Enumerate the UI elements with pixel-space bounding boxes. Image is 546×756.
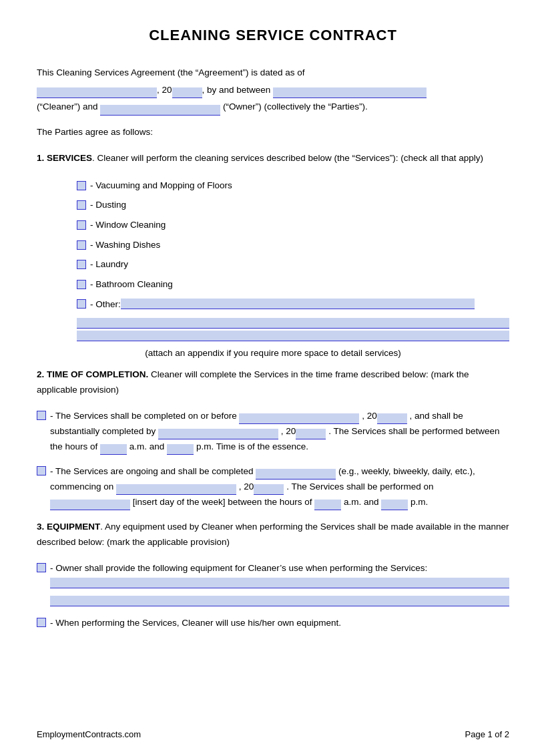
equipment-field-2[interactable]: [50, 596, 509, 606]
section2-label: 2. TIME OF COMPLETION.: [37, 369, 148, 379]
section2-para2-text: - The Services are ongoing and shall be …: [50, 464, 509, 510]
commence-date-field[interactable]: [116, 484, 236, 495]
cleaner-name-field[interactable]: [273, 87, 427, 98]
day-of-week-field[interactable]: [50, 500, 130, 510]
parties-agree: The Parties agree as follows:: [37, 125, 509, 140]
section3-text: . Any equipment used by Cleaner when per…: [37, 522, 509, 547]
year-field-1[interactable]: [172, 87, 202, 98]
service-label-6: - Bathroom Cleaning: [90, 276, 173, 293]
section2-block: 2. TIME OF COMPLETION. Cleaner will comp…: [37, 367, 509, 398]
service-item-other: - Other:: [77, 296, 509, 313]
page-title: CLEANING SERVICE CONTRACT: [37, 27, 509, 44]
intro-line1: This Cleaning Services Agreement (the “A…: [37, 64, 509, 81]
service-label-1: - Vacuuming and Mopping of Floors: [90, 177, 232, 194]
other-service-field[interactable]: [121, 299, 475, 309]
commence-year-field[interactable]: [254, 484, 284, 495]
appendix-note: (attach an appendix if you require more …: [37, 348, 509, 358]
footer-right: Page 1 of 2: [465, 729, 510, 739]
services-list: - Vacuuming and Mopping of Floors - Dust…: [77, 177, 509, 313]
checkbox-6[interactable]: [77, 280, 86, 289]
section3-para1: - Owner shall provide the following equi…: [37, 561, 509, 606]
owner-name-field[interactable]: [100, 105, 220, 116]
service-item-6: - Bathroom Cleaning: [77, 276, 509, 293]
service-label-4: - Washing Dishes: [90, 236, 160, 254]
checkbox-1[interactable]: [77, 181, 86, 190]
s3p2-text: - When performing the Services, Cleaner …: [50, 618, 341, 628]
completion-year-field[interactable]: [377, 413, 407, 424]
intro-line2: , 20, by and between: [37, 81, 509, 99]
section1-label: 1. SERVICES: [37, 153, 92, 163]
checkbox-3[interactable]: [77, 220, 86, 230]
section1-text: . Cleaner will perform the cleaning serv…: [92, 153, 483, 163]
section3-block: 3. EQUIPMENT. Any equipment used by Clea…: [37, 520, 509, 550]
intro-comma-20: , 20: [157, 85, 172, 95]
other-detail-field-1[interactable]: [77, 318, 509, 329]
appendix-note-text: (attach an appendix if you require more …: [145, 348, 400, 358]
parties-agree-text: The Parties agree as follows:: [37, 127, 153, 137]
checkbox-equip2[interactable]: [37, 618, 46, 627]
ongoing-end-field[interactable]: [381, 500, 408, 510]
checkbox-equip1[interactable]: [37, 563, 46, 572]
by-and-between: , by and between: [202, 85, 271, 95]
checkbox-time1[interactable]: [37, 411, 46, 420]
service-item-2: - Dusting: [77, 196, 509, 214]
intro-line3: (“Cleaner”) and (“Owner”) (collectively …: [37, 98, 509, 116]
substantial-date-field[interactable]: [158, 429, 278, 439]
other-detail-field-2[interactable]: [77, 331, 509, 341]
other-field-block: [77, 318, 509, 341]
service-label-5: - Laundry: [90, 256, 128, 273]
equipment-field-1[interactable]: [50, 578, 509, 588]
section2-para1: - The Services shall be completed on or …: [37, 409, 509, 455]
intro-block: This Cleaning Services Agreement (the “A…: [37, 64, 509, 116]
section3-para2-text: - When performing the Services, Cleaner …: [50, 616, 509, 631]
substantial-year-field[interactable]: [296, 429, 326, 439]
service-label-other: - Other:: [90, 296, 121, 313]
intro-text-1: This Cleaning Services Agreement (the “A…: [37, 67, 304, 77]
section2-para1-text: - The Services shall be completed on or …: [50, 409, 509, 455]
ongoing-freq-field[interactable]: [256, 469, 336, 480]
checkbox-2[interactable]: [77, 200, 86, 210]
service-item-5: - Laundry: [77, 256, 509, 273]
ongoing-start-field[interactable]: [314, 500, 341, 510]
cleaner-label: (“Cleaner”) and: [37, 102, 100, 112]
owner-label: (“Owner”) (collectively the “Parties”).: [223, 102, 368, 112]
section3-para1-text: - Owner shall provide the following equi…: [50, 561, 509, 606]
start-am-field[interactable]: [100, 444, 127, 455]
section3-para2: - When performing the Services, Cleaner …: [37, 616, 509, 631]
checkbox-other[interactable]: [77, 299, 86, 309]
s2p2-start: - The Services are ongoing and shall be …: [50, 466, 253, 476]
date-field-1[interactable]: [37, 87, 157, 98]
service-item-3: - Window Cleaning: [77, 216, 509, 234]
section3-label: 3. EQUIPMENT: [37, 522, 100, 532]
section2-para2: - The Services are ongoing and shall be …: [37, 464, 509, 510]
service-item-1: - Vacuuming and Mopping of Floors: [77, 177, 509, 194]
service-label-2: - Dusting: [90, 196, 126, 214]
section1-block: 1. SERVICES. Cleaner will perform the cl…: [37, 151, 509, 166]
checkbox-5[interactable]: [77, 260, 86, 269]
checkbox-4[interactable]: [77, 240, 86, 250]
service-label-3: - Window Cleaning: [90, 216, 166, 234]
page-footer: EmploymentContracts.com Page 1 of 2: [37, 729, 509, 739]
page: CLEANING SERVICE CONTRACT This Cleaning …: [0, 0, 546, 756]
completion-date-field[interactable]: [239, 413, 359, 424]
s3p1-text: - Owner shall provide the following equi…: [50, 563, 427, 573]
end-pm-field[interactable]: [167, 444, 194, 455]
s2p1-start: - The Services shall be completed on or …: [50, 411, 237, 421]
service-item-4: - Washing Dishes: [77, 236, 509, 254]
checkbox-time2[interactable]: [37, 466, 46, 476]
footer-left: EmploymentContracts.com: [37, 729, 141, 739]
